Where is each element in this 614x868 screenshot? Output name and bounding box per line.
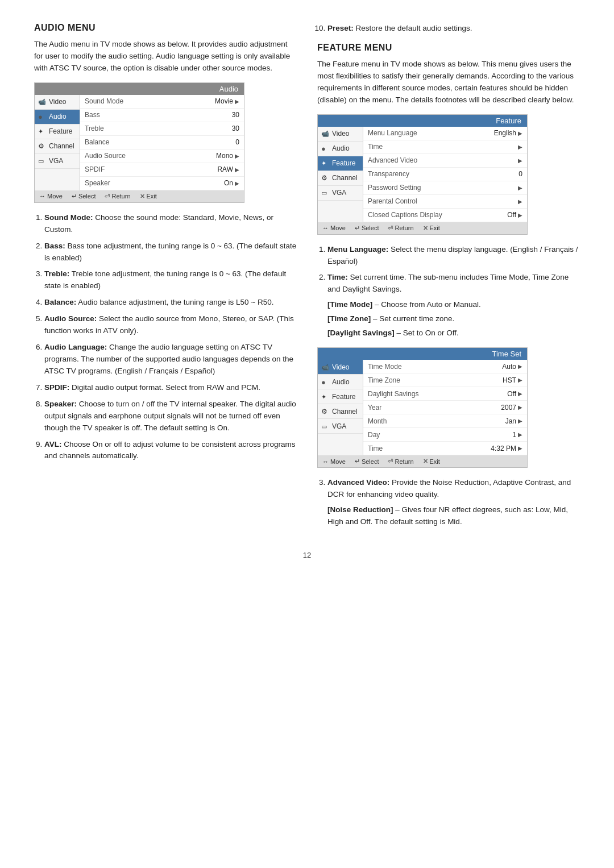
sidebar-label-video: Video (49, 98, 66, 106)
channel-icon (321, 174, 329, 182)
sidebar-item-channel-t[interactable]: Channel (318, 404, 363, 419)
sidebar-item-video[interactable]: Video (35, 95, 80, 110)
time-set-menu-footer: ↔ Move ↵ Select ⏎ Return ✕ Exit (318, 455, 527, 467)
sidebar-item-channel[interactable]: Channel (35, 139, 80, 154)
footer-exit: ✕ Exit (423, 225, 440, 232)
sidebar-label: Channel (332, 408, 358, 416)
sidebar-item-vga-t[interactable]: VGA (318, 419, 363, 434)
vga-icon (38, 157, 46, 165)
sidebar-item-video-t[interactable]: Video (318, 360, 363, 375)
item-bold: SPDIF: (44, 383, 69, 392)
feature-items-list-2: Advanced Video: Provide the Noise Reduct… (327, 477, 580, 528)
adv-video-subnotes: [Noise Reduction] – Gives four NR effect… (327, 504, 580, 528)
time-set-menu-main: Time Mode Auto ▶ Time Zone HST ▶ Dayligh… (363, 360, 527, 455)
video-icon (321, 130, 329, 138)
list-item: Bass: Bass tone adjustment, the tuning r… (44, 240, 297, 264)
menu-row-menu-lang: Menu Language English ▶ (363, 127, 527, 140)
video-icon (38, 98, 46, 106)
footer-move: ↔ Move (322, 458, 346, 465)
menu-row-treble: Treble 30 (80, 122, 244, 136)
sidebar-label-feature: Feature (49, 127, 72, 135)
feature-items-list: Menu Language: Select the menu display l… (327, 244, 580, 339)
menu-row-audio-source: Audio Source Mono ▶ (80, 149, 244, 163)
list-item: Balance: Audio balance adjustment, the t… (44, 297, 297, 309)
sidebar-item-vga-f[interactable]: VGA (318, 186, 363, 201)
sidebar-item-channel-f[interactable]: Channel (318, 171, 363, 186)
item-bold: Audio Language: (44, 343, 107, 351)
item-bold: Bass: (44, 242, 65, 250)
footer-exit: ✕ Exit (140, 193, 157, 200)
sidebar-label-channel: Channel (49, 142, 74, 150)
feature-menu-title: Feature (318, 115, 527, 127)
audio-menu-title: Audio (35, 83, 244, 95)
menu-row-speaker: Speaker On ▶ (80, 177, 244, 190)
sidebar-item-video-f[interactable]: Video (318, 127, 363, 142)
list-item: Sound Mode: Choose the sound mode: Stand… (44, 212, 297, 236)
sidebar-item-audio-t[interactable]: Audio (318, 375, 363, 389)
list-item: SPDIF: Digital audio output format. Sele… (44, 382, 297, 394)
item-bold: Time: (327, 273, 348, 281)
item-bold: Audio Source: (44, 314, 97, 323)
left-column: AUDIO MENU The Audio menu in TV mode sho… (34, 23, 297, 534)
menu-row-daylight-savings: Daylight Savings Off ▶ (363, 387, 527, 401)
menu-row-parental: Parental Control ▶ (363, 195, 527, 209)
menu-row-time-zone: Time Zone HST ▶ (363, 373, 527, 387)
menu-row-year: Year 2007 ▶ (363, 401, 527, 414)
feature-menu-intro: The Feature menu in TV mode shows as bel… (317, 59, 580, 106)
sidebar-label: VGA (332, 189, 346, 197)
daylight-savings-label: [Daylight Savings] (327, 329, 395, 337)
menu-row-time-val: Time 4:32 PM ▶ (363, 442, 527, 455)
menu-row-time-mode: Time Mode Auto ▶ (363, 360, 527, 373)
menu-row-transparency: Transparency 0 (363, 168, 527, 181)
time-subnotes: [Time Mode] – Choose from Auto or Manual… (327, 299, 580, 339)
menu-row-adv-video: Advanced Video ▶ (363, 154, 527, 168)
feature-menu-footer: ↔ Move ↵ Select ⏎ Return ✕ Exit (318, 222, 527, 234)
menu-row-balance: Balance 0 (80, 136, 244, 149)
vga-icon (321, 189, 329, 197)
menu-row-password: Password Setting ▶ (363, 181, 527, 195)
feature-icon (321, 159, 329, 167)
footer-return: ⏎ Return (388, 458, 413, 465)
sidebar-label: Feature (332, 159, 355, 167)
item-bold: Menu Language: (327, 245, 388, 254)
list-item-preset: Preset: Restore the default audio settin… (327, 23, 580, 35)
menu-row-closed-captions: Closed Captions Display Off ▶ (363, 209, 527, 222)
feature-menu-box: Feature Video Audio Feature (317, 114, 528, 235)
page-number: 12 (34, 551, 580, 559)
audio-menu-footer: ↔ Move ↵ Select ⏎ Return ✕ Exit (35, 190, 244, 202)
sidebar-item-audio[interactable]: Audio (35, 110, 80, 124)
list-item-adv-video: Advanced Video: Provide the Noise Reduct… (327, 477, 580, 528)
audio-icon (38, 113, 46, 121)
menu-row-day: Day 1 ▶ (363, 428, 527, 442)
menu-row-sound-mode: Sound Mode Movie ▶ (80, 95, 244, 109)
list-item-menu-lang: Menu Language: Select the menu display l… (327, 244, 580, 268)
sidebar-item-feature-t[interactable]: Feature (318, 389, 363, 404)
channel-icon (38, 142, 46, 150)
audio-icon (321, 144, 329, 152)
sidebar-label: Video (332, 130, 349, 138)
item-bold: Balance: (44, 298, 76, 306)
list-item: Audio Language: Change the audio languag… (44, 342, 297, 377)
sidebar-item-feature[interactable]: Feature (35, 124, 80, 139)
sidebar-item-vga[interactable]: VGA (35, 154, 80, 169)
list-item-time: Time: Set current time. The sub-menu inc… (327, 272, 580, 339)
video-icon (321, 363, 329, 371)
item-bold: Preset: (327, 24, 354, 32)
time-zone-label: [Time Zone] (327, 314, 371, 323)
sidebar-item-audio-f[interactable]: Audio (318, 142, 363, 156)
sidebar-item-feature-f[interactable]: Feature (318, 156, 363, 171)
list-item: Treble: Treble tone adjustment, the tuni… (44, 268, 297, 292)
right-column: Preset: Restore the default audio settin… (317, 23, 580, 534)
vga-icon (321, 422, 329, 430)
footer-move: ↔ Move (39, 193, 63, 200)
sidebar-label: Video (332, 363, 349, 371)
sidebar-label: Audio (332, 378, 350, 386)
footer-select: ↵ Select (355, 458, 379, 465)
sidebar-label-audio: Audio (49, 113, 67, 121)
list-item: Speaker: Choose to turn on / off the TV … (44, 398, 297, 434)
feature-icon (321, 393, 329, 401)
feature-menu-sidebar: Video Audio Feature Channel (318, 127, 363, 222)
time-set-menu-sidebar: Video Audio Feature Channel (318, 360, 363, 455)
audio-menu-box: Audio Video Audio Feature (34, 82, 244, 203)
sidebar-label: Audio (332, 144, 350, 152)
